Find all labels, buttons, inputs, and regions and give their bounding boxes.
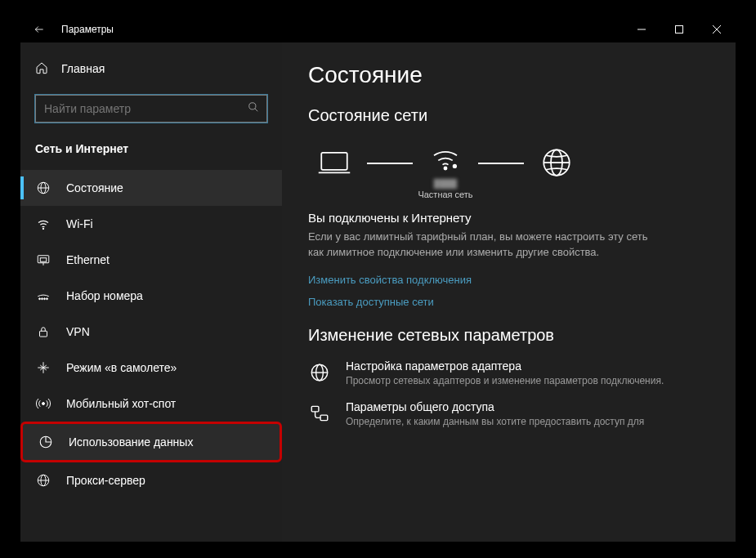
svg-point-26 bbox=[444, 167, 446, 169]
home-label: Главная bbox=[61, 62, 105, 75]
nav-list: Состояние Wi-Fi Ethernet bbox=[20, 170, 282, 498]
globe-icon bbox=[539, 145, 574, 180]
ssid-blurred: ████ bbox=[434, 179, 457, 188]
svg-point-14 bbox=[39, 298, 41, 300]
sidebar-item-label: Набор номера bbox=[66, 289, 143, 302]
network-diagram: . ████ Частная сеть bbox=[310, 140, 709, 199]
sidebar-item-status[interactable]: Состояние bbox=[20, 170, 282, 206]
option-adapter-settings[interactable]: Настройка параметров адаптера Просмотр с… bbox=[308, 359, 709, 388]
sidebar-item-label: VPN bbox=[66, 325, 90, 338]
network-status-heading: Состояние сети bbox=[308, 106, 709, 125]
connected-body: Если у вас лимитный тарифный план, вы мо… bbox=[308, 230, 651, 261]
back-button[interactable] bbox=[20, 16, 58, 42]
content-area: Главная Сеть и Интернет Состояние bbox=[20, 42, 736, 542]
sidebar-item-airplane[interactable]: Режим «в самолете» bbox=[20, 350, 282, 386]
sidebar-item-label: Режим «в самолете» bbox=[66, 361, 177, 374]
svg-rect-12 bbox=[40, 258, 47, 262]
private-network-label: Частная сеть bbox=[418, 190, 472, 199]
sidebar-item-dialup[interactable]: Набор номера bbox=[20, 278, 282, 314]
data-usage-icon bbox=[38, 434, 54, 450]
window-title: Параметры bbox=[58, 24, 623, 35]
dialup-icon bbox=[35, 288, 51, 304]
sharing-icon bbox=[308, 402, 331, 425]
titlebar: Параметры bbox=[20, 16, 736, 42]
option-title: Настройка параметров адаптера bbox=[346, 359, 664, 373]
svg-point-16 bbox=[44, 298, 46, 300]
status-icon bbox=[35, 180, 51, 196]
window-controls bbox=[623, 16, 736, 42]
svg-point-15 bbox=[42, 298, 43, 300]
svg-rect-2 bbox=[676, 26, 683, 33]
sidebar-item-label: Ethernet bbox=[66, 253, 110, 266]
sidebar-item-label: Wi-Fi bbox=[66, 217, 93, 230]
sidebar-item-label: Прокси-сервер bbox=[66, 474, 145, 487]
change-settings-heading: Изменение сетевых параметров bbox=[308, 326, 709, 345]
hotspot-icon bbox=[35, 395, 51, 412]
svg-rect-35 bbox=[320, 416, 328, 422]
wifi-router-icon bbox=[428, 140, 463, 174]
sidebar-item-label: Мобильный хот-спот bbox=[66, 397, 176, 410]
svg-point-5 bbox=[249, 103, 256, 109]
svg-point-27 bbox=[454, 165, 457, 168]
svg-line-6 bbox=[255, 109, 258, 112]
connector-line bbox=[478, 163, 524, 164]
airplane-icon bbox=[35, 359, 51, 376]
sidebar-item-proxy[interactable]: Прокси-сервер bbox=[20, 462, 282, 498]
sidebar-item-wifi[interactable]: Wi-Fi bbox=[20, 206, 282, 242]
adapter-settings-icon bbox=[308, 361, 331, 384]
node-computer: . bbox=[310, 145, 359, 194]
svg-rect-18 bbox=[40, 331, 47, 337]
node-router: ████ Частная сеть bbox=[421, 140, 470, 199]
sidebar-item-label: Использование данных bbox=[69, 435, 193, 449]
svg-point-17 bbox=[47, 298, 48, 300]
svg-point-19 bbox=[42, 403, 45, 405]
vpn-icon bbox=[35, 324, 51, 340]
option-desc: Просмотр сетевых адаптеров и изменение п… bbox=[346, 374, 664, 388]
svg-rect-34 bbox=[311, 407, 319, 413]
sidebar-item-ethernet[interactable]: Ethernet bbox=[20, 242, 282, 278]
connector-line bbox=[367, 163, 413, 164]
ethernet-icon bbox=[35, 252, 51, 268]
sidebar-item-data-usage[interactable]: Использование данных bbox=[20, 422, 282, 462]
home-icon bbox=[35, 61, 48, 77]
minimize-button[interactable] bbox=[623, 16, 660, 42]
sidebar-item-label: Состояние bbox=[66, 181, 123, 194]
option-desc: Определите, к каким данным вы хотите пре… bbox=[346, 415, 644, 429]
settings-window: Параметры Главная bbox=[20, 16, 736, 542]
main-panel: Состояние Состояние сети . bbox=[282, 42, 736, 542]
option-sharing[interactable]: Параметры общего доступа Определите, к к… bbox=[308, 400, 709, 429]
node-internet: . bbox=[532, 145, 581, 194]
wifi-icon bbox=[35, 216, 51, 232]
option-title: Параметры общего доступа bbox=[346, 400, 644, 413]
maximize-button[interactable] bbox=[660, 16, 698, 42]
sidebar-item-hotspot[interactable]: Мобильный хот-спот bbox=[20, 386, 282, 422]
page-title: Состояние bbox=[308, 62, 709, 88]
svg-point-10 bbox=[42, 228, 43, 229]
search-wrap bbox=[20, 85, 282, 137]
link-available-networks[interactable]: Показать доступные сети bbox=[308, 296, 709, 308]
sidebar: Главная Сеть и Интернет Состояние bbox=[20, 42, 282, 542]
section-label: Сеть и Интернет bbox=[20, 137, 282, 170]
sidebar-item-vpn[interactable]: VPN bbox=[20, 314, 282, 350]
connected-heading: Вы подключены к Интернету bbox=[308, 211, 709, 225]
close-button[interactable] bbox=[698, 16, 736, 42]
link-connection-properties[interactable]: Изменить свойства подключения bbox=[308, 274, 709, 286]
search-input[interactable] bbox=[35, 95, 267, 123]
home-link[interactable]: Главная bbox=[20, 52, 282, 85]
proxy-icon bbox=[35, 472, 51, 489]
search-icon bbox=[248, 101, 259, 116]
svg-rect-24 bbox=[321, 152, 347, 169]
computer-icon bbox=[317, 145, 351, 180]
